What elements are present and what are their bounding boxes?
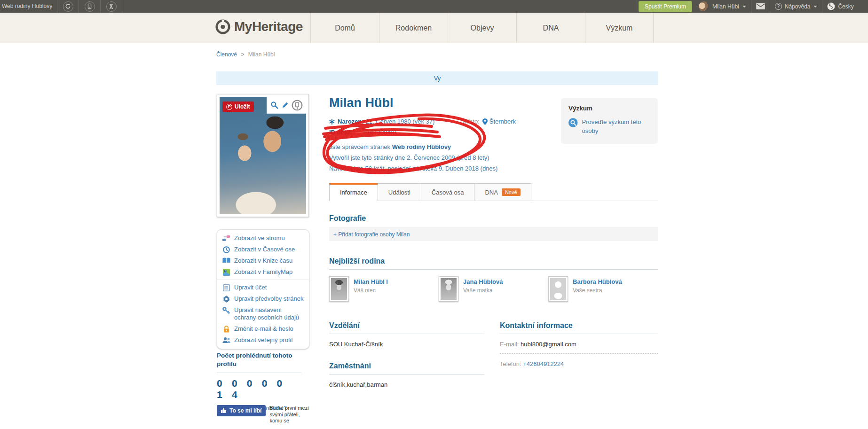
nav-item-family-tree[interactable]: Rodokmen — [379, 13, 448, 43]
occupation-value: číšník,kuchař,barman — [329, 381, 484, 388]
occupation-title: Zaměstnání — [329, 362, 484, 370]
mobile-app-button[interactable] — [79, 0, 101, 13]
research-link-row[interactable]: Proveďte výzkum této osoby — [568, 117, 650, 135]
edit-photo-icon[interactable] — [282, 101, 289, 109]
dna-button[interactable] — [101, 0, 122, 13]
education-section: Vzdělání SOU Kuchař-Číšník — [329, 321, 484, 348]
nav-item-home[interactable]: Domů — [310, 13, 379, 43]
research-person-link: Proveďte výzkum této osoby — [582, 117, 650, 135]
sync-icon — [63, 1, 73, 12]
birth-place-link[interactable]: Šternberk — [489, 118, 516, 125]
map-pin-icon — [482, 118, 488, 125]
you-banner-label: Vy — [434, 75, 441, 82]
sync-button[interactable] — [57, 0, 79, 13]
dashed-divider — [500, 353, 658, 354]
birth-star-icon — [329, 119, 335, 125]
premium-button[interactable]: Spustit Premium — [639, 1, 692, 12]
topbar-right: Spustit Premium Milan Hübl ? Nápověda Če… — [639, 0, 854, 13]
nav-item-dna[interactable]: DNA — [516, 13, 585, 43]
inbox-button[interactable] — [756, 3, 765, 9]
contact-section: Kontaktní informace E-mail: hubl800@gmai… — [500, 321, 658, 367]
add-photos-link[interactable]: + Přidat fotografie osoby Milan — [333, 231, 410, 238]
add-to-tree-icon[interactable] — [292, 100, 303, 111]
email-label: E-mail: — [500, 341, 519, 348]
divider — [770, 0, 770, 13]
profile-tabs: Informace Události Časová osa DNA Nové — [329, 183, 658, 201]
action-change-email-password[interactable]: Změnit e-mail & heslo — [217, 323, 309, 335]
action-label: Upravit účet — [234, 284, 267, 291]
occupation-section: Zaměstnání číšník,kuchař,barman — [329, 362, 484, 388]
tab-information[interactable]: Informace — [329, 183, 378, 201]
help-icon: ? — [775, 3, 782, 10]
born-value: 21. Červen 1980 (věk 37) — [366, 118, 435, 125]
nav-item-discoveries[interactable]: Objevy — [448, 13, 516, 43]
tab-label: Časová osa — [432, 189, 464, 196]
female-silhouette-placeholder — [550, 278, 566, 300]
globe-icon — [827, 2, 835, 10]
action-label: Upravit nastavení ochrany osobních údajů — [234, 306, 304, 321]
phone-row: Telefon: +42604912224 — [500, 360, 658, 367]
add-photos-bar: + Přidat fotografie osoby Milan — [329, 227, 658, 241]
tab-timeline[interactable]: Časová osa — [421, 183, 475, 201]
profile-photo: P Uložit — [220, 97, 306, 214]
profile-views-counter: 0 0 0 0 0 1 4 — [217, 378, 301, 400]
action-edit-site-preferences[interactable]: Upravit předvolby stránek — [217, 293, 309, 304]
tab-events[interactable]: Události — [378, 183, 421, 201]
tab-dna[interactable]: DNA Nové — [474, 183, 531, 201]
tab-label: DNA — [485, 189, 497, 196]
user-menu[interactable]: Milan Hübl — [699, 1, 746, 12]
action-edit-privacy-settings[interactable]: Upravit nastavení ochrany osobních údajů — [217, 304, 309, 323]
education-title: Vzdělání — [329, 321, 484, 330]
action-view-in-timebook[interactable]: Zobrazit v Knize času — [217, 255, 309, 266]
profile-views-title: Počet prohlédnutí tohoto profilu — [217, 351, 301, 368]
photos-section: Fotografie + Přidat fotografie osoby Mil… — [329, 214, 658, 241]
help-menu[interactable]: ? Nápověda — [775, 3, 818, 10]
site-name: Web rodiny Hüblovy — [0, 0, 57, 13]
family-member-card: Milan Hübl I Váš otec — [329, 276, 439, 302]
action-view-public-profile[interactable]: Zobrazit veřejný profil — [217, 335, 309, 346]
action-label: Upravit předvolby stránek — [234, 295, 303, 303]
zoom-photo-icon[interactable] — [270, 101, 278, 109]
family-member-name-link[interactable]: Milan Hübl I — [354, 278, 388, 285]
language-menu[interactable]: Česky — [827, 2, 853, 10]
account-id-label: ID účtu: — [329, 129, 352, 136]
family-members-row: Milan Hübl I Váš otec Jana Hüblová Vaše … — [329, 276, 658, 302]
action-label: Zobrazit ve stromu — [234, 234, 285, 242]
family-member-name-link[interactable]: Barbora Hüblová — [573, 278, 622, 285]
father-photo — [331, 278, 347, 300]
action-view-in-familymap[interactable]: Zobrazit v FamilyMap — [217, 266, 309, 278]
phone-value-link[interactable]: +42604912224 — [523, 360, 564, 367]
breadcrumb-members-link[interactable]: Členové — [216, 51, 237, 58]
family-member-photo[interactable] — [329, 276, 349, 302]
pinterest-save-button[interactable]: P Uložit — [222, 101, 254, 112]
profile-photo-card[interactable]: P Uložit — [217, 94, 309, 217]
family-member-card: Jana Hüblová Vaše matka — [439, 276, 548, 302]
action-edit-account[interactable]: Upravit účet — [217, 282, 309, 293]
myheritage-logo[interactable]: MyHeritage — [215, 19, 303, 34]
action-label: Zobrazit v FamilyMap — [234, 268, 292, 276]
action-view-in-tree[interactable]: Zobrazit ve stromu — [217, 233, 309, 244]
profile-views-box: Počet prohlédnutí tohoto profilu 0 0 0 0… — [217, 351, 301, 412]
family-member-photo[interactable] — [439, 276, 458, 302]
key-icon — [222, 307, 230, 314]
education-value: SOU Kuchař-Číšník — [329, 341, 484, 348]
action-view-in-timeline[interactable]: Zobrazit v Časové ose — [217, 244, 309, 255]
divider — [751, 0, 751, 13]
place-label: Místo: — [463, 118, 479, 125]
action-label: Zobrazit v Knize času — [234, 257, 292, 265]
mother-photo — [441, 278, 457, 300]
research-box-title: Výzkum — [568, 105, 650, 112]
family-member-name-link[interactable]: Jana Hüblová — [463, 278, 503, 285]
new-badge: Nové — [502, 188, 521, 196]
help-label: Nápověda — [785, 3, 811, 10]
nav-item-research[interactable]: Výzkum — [585, 13, 654, 43]
myheritage-logo-icon — [215, 19, 230, 34]
photos-section-title: Fotografie — [329, 214, 658, 223]
pinterest-icon: P — [226, 104, 232, 110]
family-member-photo[interactable] — [548, 276, 568, 302]
gear-icon — [222, 296, 230, 303]
facebook-like-button[interactable]: To se mi líbí — [217, 405, 266, 416]
main-navigation: MyHeritage Domů Rodokmen Objevy DNA Výzk… — [0, 13, 868, 43]
user-name: Milan Hübl — [712, 3, 739, 10]
admin-site-name: Web rodiny Hüblovy — [392, 143, 451, 150]
